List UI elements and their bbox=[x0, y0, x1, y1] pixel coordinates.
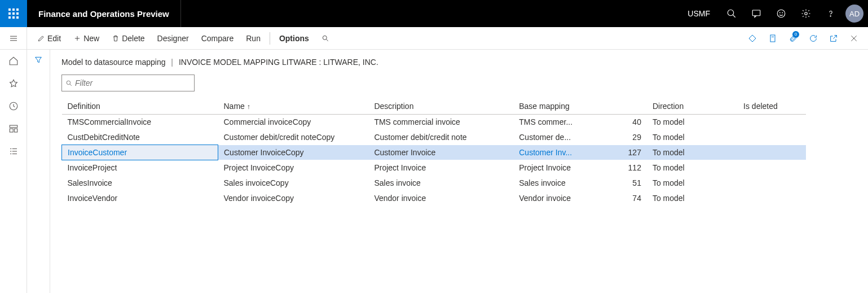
cell-direction: To model bbox=[647, 145, 738, 160]
table-row[interactable]: InvoiceProjectProject InvoiceCopyProject… bbox=[62, 160, 807, 176]
cell-count: 112 bbox=[616, 160, 647, 176]
popout-icon bbox=[829, 34, 838, 43]
nav-home[interactable] bbox=[0, 50, 27, 72]
filter-input[interactable] bbox=[75, 78, 191, 88]
cell-name: Customer debit/credit noteCopy bbox=[218, 130, 368, 145]
breadcrumb-part1: Model to datasource mapping bbox=[61, 58, 165, 67]
help-button[interactable] bbox=[818, 0, 843, 27]
search-icon bbox=[65, 80, 73, 87]
table-row[interactable]: InvoiceCustomerCustomer InvoiceCopyCusto… bbox=[62, 145, 807, 160]
user-avatar[interactable]: AD bbox=[845, 5, 863, 23]
cell-base-mapping: Customer Inv... bbox=[513, 145, 615, 160]
quick-search-button[interactable] bbox=[317, 32, 334, 45]
cell-count: 127 bbox=[616, 145, 647, 160]
hamburger-icon bbox=[8, 33, 19, 43]
nav-recent[interactable] bbox=[0, 95, 27, 117]
cell-name: Vendor invoiceCopy bbox=[218, 191, 368, 206]
col-name[interactable]: Name bbox=[218, 98, 368, 115]
cell-base-mapping: Sales invoice bbox=[513, 176, 615, 191]
cell-is-deleted bbox=[738, 145, 806, 160]
settings-button[interactable] bbox=[794, 0, 818, 27]
breadcrumb: Model to datasource mapping | INVOICE MO… bbox=[61, 58, 857, 67]
search-icon bbox=[321, 34, 329, 42]
main-pane: Model to datasource mapping | INVOICE MO… bbox=[50, 50, 868, 293]
clock-icon bbox=[8, 101, 19, 111]
svg-point-13 bbox=[779, 12, 780, 13]
cell-name: Project InvoiceCopy bbox=[218, 160, 368, 176]
svg-point-16 bbox=[830, 16, 831, 16]
svg-line-33 bbox=[326, 39, 328, 41]
company-code[interactable]: USMF bbox=[678, 9, 719, 18]
cell-description: Customer debit/credit note bbox=[368, 130, 513, 145]
svg-line-39 bbox=[70, 84, 72, 85]
chat-icon bbox=[751, 8, 761, 19]
col-is-deleted[interactable]: Is deleted bbox=[738, 98, 806, 115]
popout-button[interactable] bbox=[825, 30, 842, 47]
cell-direction: To model bbox=[647, 160, 738, 176]
personalize-button[interactable] bbox=[744, 30, 761, 47]
compare-button[interactable]: Compare bbox=[197, 32, 239, 45]
filter-box[interactable] bbox=[61, 75, 195, 91]
cell-base-mapping: Project Invoice bbox=[513, 160, 615, 176]
search-icon bbox=[726, 8, 737, 19]
cell-base-mapping: Customer de... bbox=[513, 130, 615, 145]
col-definition[interactable]: Definition bbox=[62, 98, 218, 115]
cell-count: 51 bbox=[616, 176, 647, 191]
cell-is-deleted bbox=[738, 176, 806, 191]
home-icon bbox=[8, 56, 19, 66]
divider bbox=[270, 32, 270, 45]
cell-count: 74 bbox=[616, 191, 647, 206]
cell-base-mapping: Vendor invoice bbox=[513, 191, 615, 206]
attachments-button[interactable]: 0 bbox=[785, 30, 801, 47]
delete-button[interactable]: Delete bbox=[107, 32, 149, 45]
messages-button[interactable] bbox=[744, 0, 769, 27]
svg-rect-8 bbox=[16, 16, 19, 19]
table-row[interactable]: TMSCommercialInvoiceCommercial invoiceCo… bbox=[62, 115, 807, 130]
svg-point-32 bbox=[323, 36, 327, 40]
smile-icon bbox=[776, 8, 786, 19]
edit-button[interactable]: Edit bbox=[33, 32, 65, 45]
workspace-icon bbox=[8, 124, 19, 134]
table-row[interactable]: InvoiceVendorVendor invoiceCopyVendor in… bbox=[62, 191, 807, 206]
new-label: New bbox=[83, 34, 99, 43]
close-button[interactable] bbox=[845, 30, 862, 47]
cell-definition: CustDebitCreditNote bbox=[62, 130, 218, 145]
cell-direction: To model bbox=[647, 191, 738, 206]
cell-is-deleted bbox=[738, 191, 806, 206]
feedback-button[interactable] bbox=[769, 0, 794, 27]
run-button[interactable]: Run bbox=[241, 32, 265, 45]
help-icon bbox=[826, 8, 836, 19]
cell-is-deleted bbox=[738, 160, 806, 176]
col-base-mapping[interactable]: Base mapping bbox=[513, 98, 647, 115]
svg-rect-6 bbox=[8, 16, 11, 19]
breadcrumb-separator: | bbox=[168, 58, 177, 67]
svg-rect-23 bbox=[14, 129, 17, 132]
page-icon bbox=[768, 34, 777, 43]
svg-point-15 bbox=[805, 12, 808, 15]
cell-base-mapping: TMS commer... bbox=[513, 115, 615, 130]
table-row[interactable]: SalesInvoiceSales invoiceCopySales invoi… bbox=[62, 176, 807, 191]
nav-modules[interactable] bbox=[0, 140, 27, 163]
options-label: Options bbox=[279, 34, 309, 43]
cell-description: TMS commercial invoice bbox=[368, 115, 513, 130]
app-launcher-button[interactable] bbox=[0, 0, 27, 27]
page-options-button[interactable] bbox=[764, 30, 781, 47]
nav-workspaces[interactable] bbox=[0, 117, 27, 140]
cell-name: Sales invoiceCopy bbox=[218, 176, 368, 191]
refresh-button[interactable] bbox=[805, 30, 822, 47]
svg-rect-11 bbox=[752, 10, 760, 16]
filter-rail[interactable] bbox=[27, 50, 50, 293]
col-description[interactable]: Description bbox=[368, 98, 513, 115]
col-direction[interactable]: Direction bbox=[647, 98, 738, 115]
search-button[interactable] bbox=[719, 0, 744, 27]
new-button[interactable]: New bbox=[69, 32, 104, 45]
nav-favorites[interactable] bbox=[0, 72, 27, 95]
designer-button[interactable]: Designer bbox=[153, 32, 193, 45]
nav-menu-button[interactable] bbox=[0, 27, 27, 50]
cell-direction: To model bbox=[647, 115, 738, 130]
modules-icon bbox=[8, 146, 19, 156]
options-button[interactable]: Options bbox=[275, 32, 314, 45]
table-row[interactable]: CustDebitCreditNoteCustomer debit/credit… bbox=[62, 130, 807, 145]
run-label: Run bbox=[246, 34, 261, 43]
svg-line-10 bbox=[733, 15, 735, 18]
